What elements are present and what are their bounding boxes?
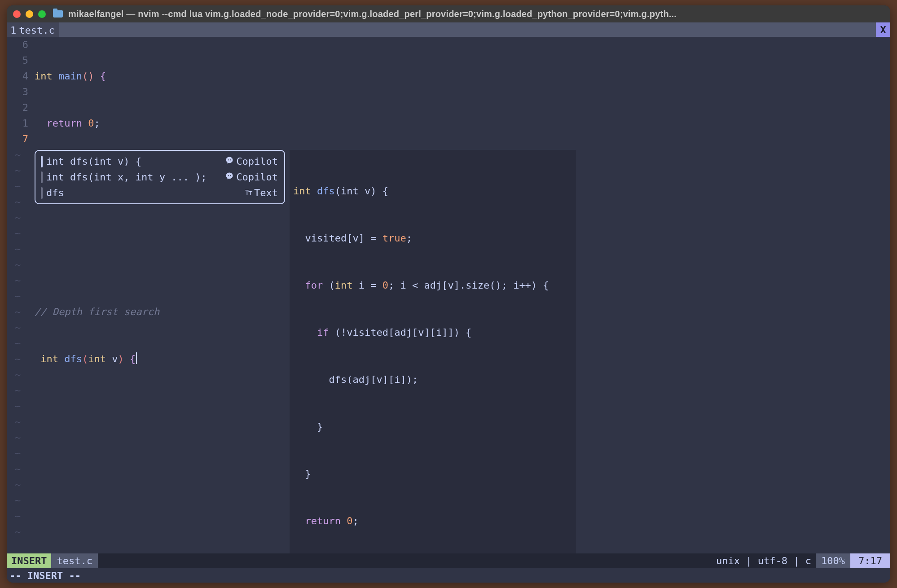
status-file-meta: unix | utf-8 | c: [712, 553, 816, 568]
completion-source: Copilot: [225, 154, 278, 169]
linenr: 4: [7, 68, 31, 84]
empty-line-tilde: ~: [15, 430, 21, 445]
window-title: mikaelfangel — nvim --cmd lua vim.g.load…: [68, 9, 884, 19]
macos-titlebar: mikaelfangel — nvim --cmd lua vim.g.load…: [7, 5, 890, 22]
linenr: 6: [7, 37, 31, 53]
completion-source: Copilot: [225, 169, 278, 185]
status-cursor-pos: 7:17: [850, 553, 890, 568]
zoom-window-button[interactable]: [38, 10, 46, 18]
tab-filename: test.c: [19, 25, 54, 36]
editor-viewport[interactable]: 6 5 4 3 2 1 7 int main() { return 0; }; …: [7, 37, 890, 553]
minimize-window-button[interactable]: [26, 10, 33, 18]
preview-line: for (int i = 0; i < adj[v].size(); i++) …: [293, 277, 572, 293]
completion-text: int dfs(int x, int y ... );: [46, 169, 222, 185]
preview-line: }: [293, 466, 572, 482]
close-window-button[interactable]: [13, 10, 21, 18]
selection-indicator: [41, 187, 43, 199]
completion-item[interactable]: dfs Tᴛ Text: [35, 185, 284, 201]
empty-line-tilde: ~: [15, 272, 21, 288]
copilot-icon: [225, 154, 233, 169]
code-line: int main() {: [35, 68, 890, 84]
empty-line-tilde: ~: [15, 335, 21, 351]
preview-line: dfs(adj[v][i]);: [293, 372, 572, 387]
empty-line-tilde: ~: [15, 320, 21, 335]
completion-text: int dfs(int v) {: [46, 154, 222, 169]
empty-line-tilde: ~: [15, 241, 21, 257]
empty-line-tilde: ~: [15, 477, 21, 492]
empty-line-tilde: ~: [15, 225, 21, 241]
text-cursor: [136, 352, 137, 364]
tab-index: 1: [10, 25, 16, 36]
selection-indicator: [41, 156, 43, 167]
empty-line-tilde: ~: [15, 398, 21, 414]
linenr-current: 7: [7, 131, 31, 147]
empty-line-tilde: ~: [15, 257, 21, 272]
mode-indicator: -- INSERT --: [9, 570, 81, 581]
status-filename: test.c: [51, 553, 97, 568]
selection-indicator: [41, 171, 43, 183]
status-mode: INSERT: [7, 553, 51, 568]
empty-line-tilde: ~: [15, 304, 21, 320]
linenr: 1: [7, 115, 31, 131]
empty-line-tilde: ~: [15, 147, 21, 162]
tab-test-c[interactable]: 1 test.c: [7, 22, 59, 37]
linenr: 2: [7, 100, 31, 115]
empty-line-tilde: ~: [15, 382, 21, 398]
completion-item[interactable]: int dfs(int v) { Copilot: [35, 154, 284, 169]
statusline: INSERT test.c unix | utf-8 | c 100% 7:17: [7, 553, 890, 568]
empty-line-tilde: ~: [15, 414, 21, 430]
tabline: 1 test.c X: [7, 22, 890, 37]
empty-line-tilde: ~: [15, 445, 21, 461]
completion-text: dfs: [46, 185, 241, 201]
empty-line-tilde: ~: [15, 508, 21, 524]
empty-line-tilde: ~: [15, 194, 21, 210]
linenr: 3: [7, 84, 31, 100]
linenr: 5: [7, 53, 31, 68]
tab-close-button[interactable]: X: [876, 22, 890, 37]
code-line: return 0;: [35, 115, 890, 131]
copilot-icon: [225, 169, 233, 185]
empty-line-tilde: ~: [15, 367, 21, 382]
statusline-spacer: [98, 553, 712, 568]
empty-line-tilde: ~: [15, 210, 21, 225]
empty-line-tilde: ~: [15, 288, 21, 304]
ghost-text-preview: int dfs(int v) { visited[v] = true; for …: [290, 150, 576, 553]
command-line: -- INSERT --: [7, 568, 890, 583]
completion-item[interactable]: int dfs(int x, int y ... ); Copilot: [35, 169, 284, 185]
folder-icon: [53, 10, 63, 18]
completion-popup[interactable]: int dfs(int v) { Copilot int dfs(int x, …: [35, 150, 285, 204]
status-percent: 100%: [816, 553, 850, 568]
empty-line-tilde: ~: [15, 461, 21, 477]
empty-line-tilde: ~: [15, 492, 21, 508]
empty-line-tilde: ~: [15, 178, 21, 194]
empty-line-tilde: ~: [15, 524, 21, 540]
empty-line-tilde: ~: [15, 351, 21, 367]
tabline-spacer: [59, 22, 876, 37]
preview-line: if (!visited[adj[v][i]]) {: [293, 325, 572, 340]
text-icon: Tᴛ: [245, 185, 251, 201]
traffic-lights: [13, 10, 46, 18]
close-icon: X: [880, 24, 886, 35]
preview-line: return 0;: [293, 513, 572, 529]
preview-line: int dfs(int v) {: [293, 183, 572, 199]
terminal-window: mikaelfangel — nvim --cmd lua vim.g.load…: [7, 5, 890, 583]
empty-line-tilde: ~: [15, 162, 21, 178]
completion-source: Tᴛ Text: [245, 185, 278, 201]
preview-line: visited[v] = true;: [293, 230, 572, 246]
preview-line: }: [293, 419, 572, 434]
